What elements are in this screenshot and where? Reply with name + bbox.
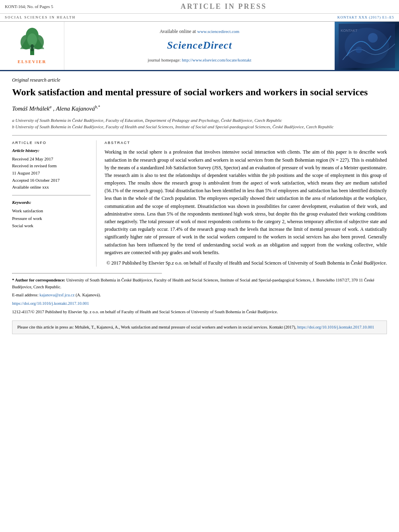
journal-header: ELSEVIER Available online at www.science… [0, 22, 399, 71]
footnote-correspondence: * Author for correspondence: University … [12, 277, 387, 291]
article-history-label: Article history: [12, 148, 90, 154]
accepted-date: Accepted 16 October 2017 [12, 177, 90, 184]
svg-point-7 [31, 44, 34, 48]
main-content: Original research article Work satisfact… [0, 77, 399, 334]
available-online: Available online xxx [12, 184, 90, 191]
svg-rect-8 [31, 48, 33, 51]
journal-strip: SOCIAL SCIENCES IN HEALTH KONTAKT XXX (2… [0, 14, 399, 22]
svg-point-10 [345, 28, 389, 64]
svg-point-12 [356, 47, 362, 53]
keyword-2: Pressure of work [12, 215, 90, 222]
article-history-section: Article history: Received 24 May 2017 Re… [12, 148, 90, 191]
header-right-image: KONTAKT [335, 22, 399, 70]
article-title: Work satisfaction and mental pressure of… [12, 86, 387, 99]
elsevier-tree-logo [14, 27, 50, 57]
keywords-section: Keywords: Work satisfaction Pressure of … [12, 199, 90, 230]
affiliation2: b University of South Bohemia in České B… [12, 123, 387, 130]
keywords-label: Keywords: [12, 199, 90, 205]
sciencedirect-info: Available online at www.sciencedirect.co… [64, 22, 335, 70]
citation-box: Please cite this article in press as: Mr… [12, 320, 387, 334]
email-link[interactable]: kajanova@zsf.jcu.cz [39, 293, 74, 297]
section-divider [12, 135, 387, 136]
journal-strip-right: KONTAKT XXX (2017) e1–e5 [337, 15, 394, 20]
author1-name: Tomáš Mrháleka [12, 105, 53, 112]
article-type: Original research article [12, 77, 387, 84]
left-column: ARTICLE INFO Article history: Received 2… [12, 140, 97, 267]
sciencedirect-logo-text: Science [167, 39, 203, 51]
doi-link[interactable]: https://doi.org/10.1016/j.kontakt.2017.1… [12, 301, 89, 306]
journal-homepage-url[interactable]: http://www.elsevier.com/locate/kontakt [182, 58, 251, 62]
elsevier-logo-box: ELSEVIER [0, 22, 64, 70]
available-text: Available online at www.sciencedirect.co… [160, 28, 239, 35]
author-separator: , [53, 105, 56, 112]
author2-name: Alena Kajanováb,* [56, 105, 100, 112]
article-in-press-banner: ARTICLE IN PRESS [181, 2, 267, 12]
keyword-1: Work satisfaction [12, 207, 90, 215]
sciencedirect-logo: ScienceDirect [167, 38, 232, 53]
footnote-email: E-mail address: kajanova@zsf.jcu.cz (A. … [12, 292, 387, 299]
sciencedirect-url[interactable]: www.sciencedirect.com [197, 29, 239, 34]
keyword-3: Social work [12, 222, 90, 230]
elsevier-label: ELSEVIER [18, 59, 47, 65]
revised-date: 11 August 2017 [12, 170, 90, 177]
right-column: ABSTRACT Working in the social sphere is… [105, 140, 387, 267]
svg-text:KONTAKT: KONTAKT [341, 29, 358, 33]
journal-strip-left: SOCIAL SCIENCES IN HEALTH [5, 15, 76, 20]
header-decorative-image: KONTAKT [339, 24, 395, 68]
journal-homepage: journal homepage: http://www.elsevier.co… [148, 57, 251, 63]
top-bar: KONT-164; No. of Pages 5 ARTICLE IN PRES… [0, 0, 399, 14]
two-column-layout: ARTICLE INFO Article history: Received 2… [12, 140, 387, 267]
footnote-divider [12, 273, 162, 274]
footnote-issn: 1212-4117/© 2017 Published by Elsevier S… [12, 309, 387, 316]
citation-doi-link[interactable]: https://doi.org/10.1016/j.kontakt.2017.1… [297, 325, 374, 329]
received-date: Received 24 May 2017 [12, 156, 90, 163]
affiliations: a University of South Bohemia in České B… [12, 117, 387, 130]
received-revised-label: Received in revised form [12, 162, 90, 170]
footnote-doi: https://doi.org/10.1016/j.kontakt.2017.1… [12, 300, 387, 307]
abstract-heading: ABSTRACT [105, 140, 387, 146]
abstract-text: Working in the social sphere is a profes… [105, 148, 387, 257]
authors-line: Tomáš Mrháleka , Alena Kajanováb,* [12, 104, 387, 113]
keywords-divider [12, 195, 90, 195]
svg-point-11 [368, 33, 378, 43]
copyright-text: © 2017 Published by Elsevier Sp.z o.o. o… [105, 260, 387, 267]
top-bar-left: KONT-164; No. of Pages 5 [5, 4, 53, 10]
article-info-heading: ARTICLE INFO [12, 140, 90, 146]
affiliation1: a University of South Bohemia in České B… [12, 117, 387, 124]
